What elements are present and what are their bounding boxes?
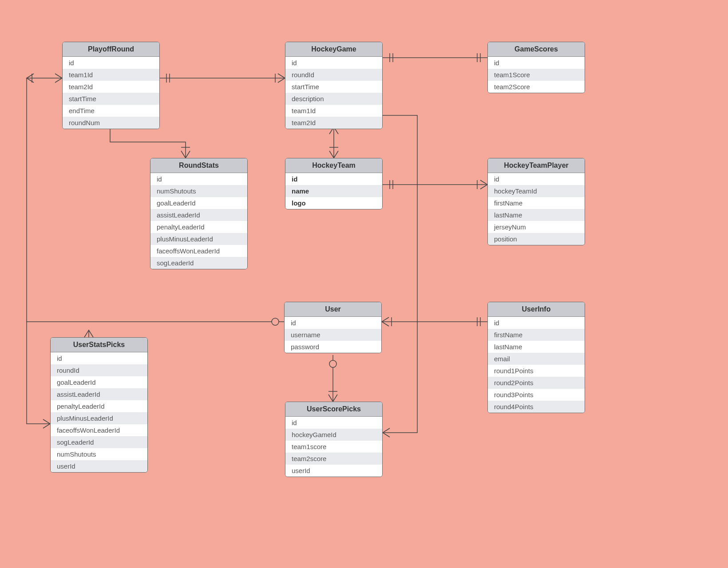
field: startTime: [63, 93, 159, 105]
field: faceoffsWonLeaderId: [51, 424, 147, 436]
field: firstName: [488, 329, 585, 341]
field: name: [285, 185, 382, 197]
field: startTime: [285, 81, 382, 93]
field: roundId: [285, 69, 382, 81]
field: roundId: [51, 364, 147, 376]
field: round4Points: [488, 401, 585, 413]
entity-round-stats: RoundStats id numShutouts goalLeaderId a…: [150, 158, 248, 269]
field: team2Id: [63, 81, 159, 93]
entity-game-scores: GameScores id team1Score team2Score: [487, 42, 585, 93]
entity-hockey-team-player: HockeyTeamPlayer id hockeyTeamId firstNa…: [487, 158, 585, 245]
svg-point-20: [272, 318, 279, 325]
entity-user: User id username password: [284, 302, 382, 353]
field: assistLeaderId: [51, 388, 147, 400]
field: id: [285, 57, 382, 69]
entity-hockey-game: HockeyGame id roundId startTime descript…: [285, 42, 383, 129]
field: goalLeaderId: [51, 376, 147, 388]
field: penaltyLeaderId: [51, 400, 147, 412]
field: username: [285, 329, 381, 341]
field: id: [63, 57, 159, 69]
field: id: [488, 173, 585, 185]
field: team1Score: [488, 69, 585, 81]
entity-user-info: UserInfo id firstName lastName email rou…: [487, 302, 585, 413]
field: numShutouts: [150, 185, 247, 197]
field: endTime: [63, 105, 159, 117]
field: numShutouts: [51, 448, 147, 460]
field: penaltyLeaderId: [150, 221, 247, 233]
field: id: [150, 173, 247, 185]
field: faceoffsWonLeaderId: [150, 245, 247, 257]
field: team1Id: [285, 105, 382, 117]
field: plusMinusLeaderId: [150, 233, 247, 245]
field: email: [488, 353, 585, 365]
entity-header: UserScorePicks: [285, 402, 382, 417]
entity-hockey-team: HockeyTeam id name logo: [285, 158, 383, 209]
field: userId: [51, 460, 147, 472]
field: goalLeaderId: [150, 197, 247, 209]
field: team1Id: [63, 69, 159, 81]
field: team1score: [285, 441, 382, 453]
field: sogLeaderId: [150, 257, 247, 269]
field: team2Score: [488, 81, 585, 93]
field: hockeyGameId: [285, 429, 382, 441]
field: password: [285, 341, 381, 353]
entity-user-score-picks: UserScorePicks id hockeyGameId team1scor…: [285, 402, 383, 477]
entity-header: UserInfo: [488, 302, 585, 317]
field: plusMinusLeaderId: [51, 412, 147, 424]
entity-header: HockeyGame: [285, 42, 382, 57]
entity-header: UserStatsPicks: [51, 338, 147, 352]
entity-header: PlayoffRound: [63, 42, 159, 57]
entity-header: GameScores: [488, 42, 585, 57]
field: team2Id: [285, 117, 382, 129]
field: team2score: [285, 453, 382, 465]
field: lastName: [488, 209, 585, 221]
entity-playoff-round: PlayoffRound id team1Id team2Id startTim…: [62, 42, 160, 129]
field: description: [285, 93, 382, 105]
field: jerseyNum: [488, 221, 585, 233]
entity-header: User: [285, 302, 381, 317]
field: userId: [285, 465, 382, 477]
entity-header: HockeyTeam: [285, 158, 382, 173]
field: id: [51, 352, 147, 364]
entity-user-stats-picks: UserStatsPicks id roundId goalLeaderId a…: [50, 337, 148, 473]
field: id: [285, 417, 382, 429]
field: assistLeaderId: [150, 209, 247, 221]
field: round2Points: [488, 377, 585, 389]
field: id: [488, 317, 585, 329]
field: position: [488, 233, 585, 245]
field: hockeyTeamId: [488, 185, 585, 197]
field: logo: [285, 197, 382, 209]
field: round3Points: [488, 389, 585, 401]
field: firstName: [488, 197, 585, 209]
field: id: [488, 57, 585, 69]
entity-header: RoundStats: [150, 158, 247, 173]
entity-header: HockeyTeamPlayer: [488, 158, 585, 173]
field: round1Points: [488, 365, 585, 377]
er-diagram-canvas: PlayoffRound id team1Id team2Id startTim…: [0, 0, 728, 568]
field: id: [285, 173, 382, 185]
field: lastName: [488, 341, 585, 353]
field: sogLeaderId: [51, 436, 147, 448]
field: id: [285, 317, 381, 329]
field: roundNum: [63, 117, 159, 129]
svg-point-23: [329, 360, 336, 367]
